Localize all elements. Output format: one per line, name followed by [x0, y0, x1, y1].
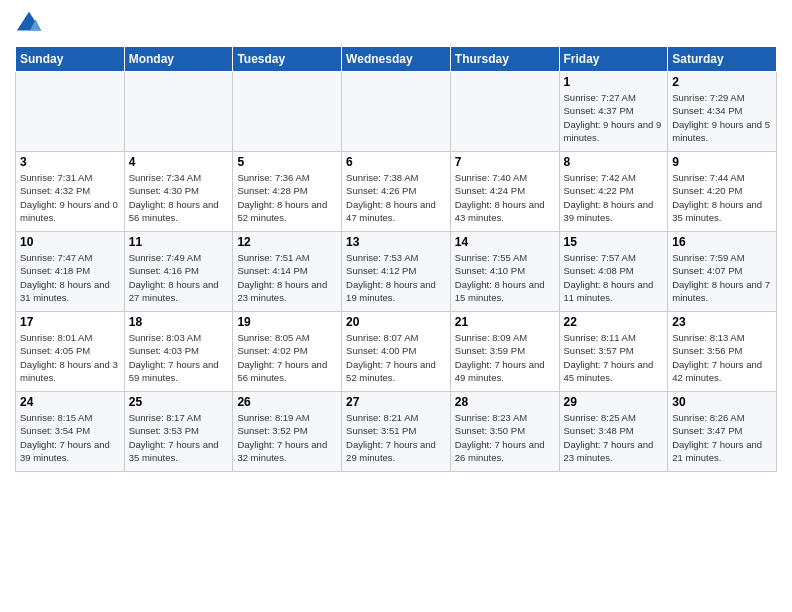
calendar-cell: 26Sunrise: 8:19 AMSunset: 3:52 PMDayligh…: [233, 392, 342, 472]
day-number: 5: [237, 155, 337, 169]
calendar-cell: 2Sunrise: 7:29 AMSunset: 4:34 PMDaylight…: [668, 72, 777, 152]
day-info: Sunrise: 7:55 AMSunset: 4:10 PMDaylight:…: [455, 251, 555, 304]
day-info: Sunrise: 7:51 AMSunset: 4:14 PMDaylight:…: [237, 251, 337, 304]
calendar-cell: 20Sunrise: 8:07 AMSunset: 4:00 PMDayligh…: [342, 312, 451, 392]
calendar-header-row: SundayMondayTuesdayWednesdayThursdayFrid…: [16, 47, 777, 72]
day-info: Sunrise: 7:40 AMSunset: 4:24 PMDaylight:…: [455, 171, 555, 224]
day-number: 6: [346, 155, 446, 169]
day-number: 28: [455, 395, 555, 409]
calendar-cell: 23Sunrise: 8:13 AMSunset: 3:56 PMDayligh…: [668, 312, 777, 392]
calendar-cell: 12Sunrise: 7:51 AMSunset: 4:14 PMDayligh…: [233, 232, 342, 312]
day-info: Sunrise: 7:42 AMSunset: 4:22 PMDaylight:…: [564, 171, 664, 224]
calendar-cell: 17Sunrise: 8:01 AMSunset: 4:05 PMDayligh…: [16, 312, 125, 392]
day-info: Sunrise: 8:25 AMSunset: 3:48 PMDaylight:…: [564, 411, 664, 464]
day-info: Sunrise: 8:07 AMSunset: 4:00 PMDaylight:…: [346, 331, 446, 384]
calendar-cell: [233, 72, 342, 152]
day-number: 13: [346, 235, 446, 249]
calendar-cell: 5Sunrise: 7:36 AMSunset: 4:28 PMDaylight…: [233, 152, 342, 232]
day-info: Sunrise: 8:11 AMSunset: 3:57 PMDaylight:…: [564, 331, 664, 384]
day-number: 4: [129, 155, 229, 169]
calendar-cell: 27Sunrise: 8:21 AMSunset: 3:51 PMDayligh…: [342, 392, 451, 472]
calendar-cell: 24Sunrise: 8:15 AMSunset: 3:54 PMDayligh…: [16, 392, 125, 472]
calendar-cell: 25Sunrise: 8:17 AMSunset: 3:53 PMDayligh…: [124, 392, 233, 472]
calendar-cell: 28Sunrise: 8:23 AMSunset: 3:50 PMDayligh…: [450, 392, 559, 472]
calendar-week-row: 24Sunrise: 8:15 AMSunset: 3:54 PMDayligh…: [16, 392, 777, 472]
calendar-cell: 14Sunrise: 7:55 AMSunset: 4:10 PMDayligh…: [450, 232, 559, 312]
day-number: 11: [129, 235, 229, 249]
day-number: 10: [20, 235, 120, 249]
calendar-cell: 3Sunrise: 7:31 AMSunset: 4:32 PMDaylight…: [16, 152, 125, 232]
day-of-week-header: Saturday: [668, 47, 777, 72]
day-info: Sunrise: 7:49 AMSunset: 4:16 PMDaylight:…: [129, 251, 229, 304]
calendar-cell: 13Sunrise: 7:53 AMSunset: 4:12 PMDayligh…: [342, 232, 451, 312]
calendar-cell: 11Sunrise: 7:49 AMSunset: 4:16 PMDayligh…: [124, 232, 233, 312]
day-number: 8: [564, 155, 664, 169]
calendar-cell: 18Sunrise: 8:03 AMSunset: 4:03 PMDayligh…: [124, 312, 233, 392]
day-info: Sunrise: 8:19 AMSunset: 3:52 PMDaylight:…: [237, 411, 337, 464]
day-info: Sunrise: 8:21 AMSunset: 3:51 PMDaylight:…: [346, 411, 446, 464]
day-number: 29: [564, 395, 664, 409]
calendar-cell: 21Sunrise: 8:09 AMSunset: 3:59 PMDayligh…: [450, 312, 559, 392]
calendar-cell: [124, 72, 233, 152]
calendar-header: SundayMondayTuesdayWednesdayThursdayFrid…: [16, 47, 777, 72]
day-info: Sunrise: 7:57 AMSunset: 4:08 PMDaylight:…: [564, 251, 664, 304]
day-number: 17: [20, 315, 120, 329]
day-number: 9: [672, 155, 772, 169]
calendar-week-row: 17Sunrise: 8:01 AMSunset: 4:05 PMDayligh…: [16, 312, 777, 392]
day-info: Sunrise: 7:44 AMSunset: 4:20 PMDaylight:…: [672, 171, 772, 224]
day-number: 7: [455, 155, 555, 169]
day-info: Sunrise: 7:36 AMSunset: 4:28 PMDaylight:…: [237, 171, 337, 224]
calendar-cell: 16Sunrise: 7:59 AMSunset: 4:07 PMDayligh…: [668, 232, 777, 312]
day-of-week-header: Wednesday: [342, 47, 451, 72]
day-info: Sunrise: 8:01 AMSunset: 4:05 PMDaylight:…: [20, 331, 120, 384]
day-info: Sunrise: 8:13 AMSunset: 3:56 PMDaylight:…: [672, 331, 772, 384]
day-number: 30: [672, 395, 772, 409]
day-info: Sunrise: 8:23 AMSunset: 3:50 PMDaylight:…: [455, 411, 555, 464]
day-info: Sunrise: 7:59 AMSunset: 4:07 PMDaylight:…: [672, 251, 772, 304]
day-info: Sunrise: 7:27 AMSunset: 4:37 PMDaylight:…: [564, 91, 664, 144]
day-number: 21: [455, 315, 555, 329]
day-number: 2: [672, 75, 772, 89]
day-number: 14: [455, 235, 555, 249]
calendar-cell: 30Sunrise: 8:26 AMSunset: 3:47 PMDayligh…: [668, 392, 777, 472]
calendar-body: 1Sunrise: 7:27 AMSunset: 4:37 PMDaylight…: [16, 72, 777, 472]
day-of-week-header: Tuesday: [233, 47, 342, 72]
calendar-week-row: 10Sunrise: 7:47 AMSunset: 4:18 PMDayligh…: [16, 232, 777, 312]
calendar-cell: 10Sunrise: 7:47 AMSunset: 4:18 PMDayligh…: [16, 232, 125, 312]
day-number: 24: [20, 395, 120, 409]
day-number: 3: [20, 155, 120, 169]
day-number: 20: [346, 315, 446, 329]
calendar-week-row: 1Sunrise: 7:27 AMSunset: 4:37 PMDaylight…: [16, 72, 777, 152]
calendar-cell: 22Sunrise: 8:11 AMSunset: 3:57 PMDayligh…: [559, 312, 668, 392]
calendar-cell: [16, 72, 125, 152]
calendar-cell: 29Sunrise: 8:25 AMSunset: 3:48 PMDayligh…: [559, 392, 668, 472]
calendar-week-row: 3Sunrise: 7:31 AMSunset: 4:32 PMDaylight…: [16, 152, 777, 232]
day-number: 27: [346, 395, 446, 409]
day-number: 12: [237, 235, 337, 249]
day-info: Sunrise: 7:31 AMSunset: 4:32 PMDaylight:…: [20, 171, 120, 224]
calendar-cell: 7Sunrise: 7:40 AMSunset: 4:24 PMDaylight…: [450, 152, 559, 232]
day-info: Sunrise: 8:26 AMSunset: 3:47 PMDaylight:…: [672, 411, 772, 464]
calendar-cell: 19Sunrise: 8:05 AMSunset: 4:02 PMDayligh…: [233, 312, 342, 392]
calendar-cell: 4Sunrise: 7:34 AMSunset: 4:30 PMDaylight…: [124, 152, 233, 232]
logo-icon: [15, 10, 43, 38]
day-info: Sunrise: 7:53 AMSunset: 4:12 PMDaylight:…: [346, 251, 446, 304]
page-header: [15, 10, 777, 38]
day-of-week-header: Friday: [559, 47, 668, 72]
day-info: Sunrise: 7:38 AMSunset: 4:26 PMDaylight:…: [346, 171, 446, 224]
day-number: 16: [672, 235, 772, 249]
day-of-week-header: Thursday: [450, 47, 559, 72]
day-info: Sunrise: 8:17 AMSunset: 3:53 PMDaylight:…: [129, 411, 229, 464]
day-of-week-header: Monday: [124, 47, 233, 72]
day-number: 25: [129, 395, 229, 409]
day-number: 26: [237, 395, 337, 409]
calendar-cell: [450, 72, 559, 152]
day-info: Sunrise: 8:15 AMSunset: 3:54 PMDaylight:…: [20, 411, 120, 464]
calendar-table: SundayMondayTuesdayWednesdayThursdayFrid…: [15, 46, 777, 472]
calendar-cell: 6Sunrise: 7:38 AMSunset: 4:26 PMDaylight…: [342, 152, 451, 232]
day-of-week-header: Sunday: [16, 47, 125, 72]
calendar-cell: [342, 72, 451, 152]
day-number: 23: [672, 315, 772, 329]
day-number: 22: [564, 315, 664, 329]
day-info: Sunrise: 8:05 AMSunset: 4:02 PMDaylight:…: [237, 331, 337, 384]
